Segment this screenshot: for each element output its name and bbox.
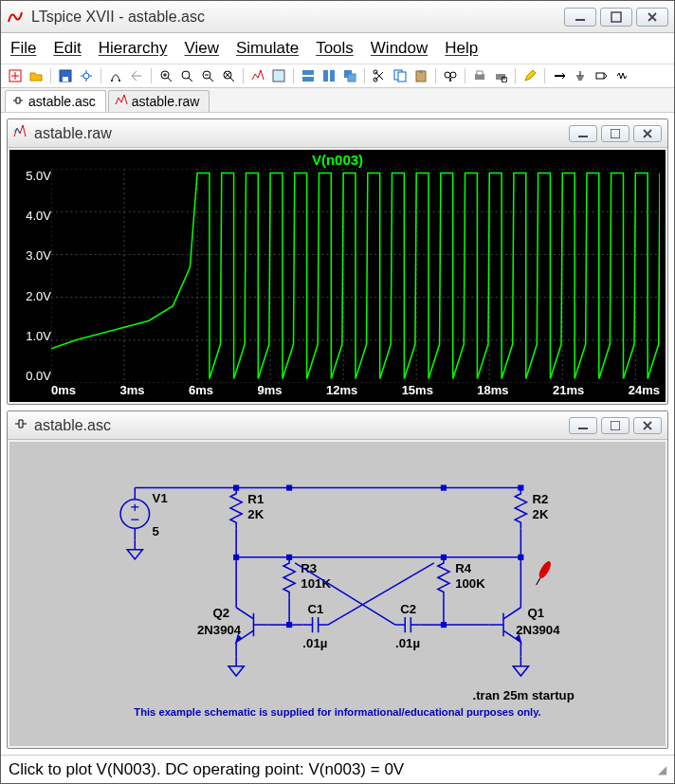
new-schematic-icon[interactable] xyxy=(7,67,24,84)
menu-window[interactable]: Window xyxy=(371,39,428,58)
menu-simulate[interactable]: Simulate xyxy=(236,39,299,58)
save-icon[interactable] xyxy=(57,67,74,84)
svg-rect-50 xyxy=(611,421,620,430)
label-icon[interactable] xyxy=(593,67,610,84)
document-tabs: astable.asc astable.raw xyxy=(1,88,674,113)
waveform-titlebar[interactable]: astable.raw xyxy=(8,119,667,148)
copy-icon[interactable] xyxy=(392,67,409,84)
trace-label[interactable]: V(n003) xyxy=(9,152,666,168)
svg-text:R2: R2 xyxy=(533,492,549,506)
halt-icon[interactable] xyxy=(128,67,145,84)
pan-icon[interactable] xyxy=(178,67,195,84)
svg-rect-52 xyxy=(286,485,292,491)
tab-schematic[interactable]: astable.asc xyxy=(5,90,106,112)
child-minimize-button[interactable] xyxy=(569,125,597,142)
svg-text:C2: C2 xyxy=(400,602,416,616)
child-maximize-button[interactable] xyxy=(601,125,629,142)
svg-point-25 xyxy=(445,72,450,78)
svg-text:.tran 25m startup: .tran 25m startup xyxy=(472,688,574,702)
cascade-icon[interactable] xyxy=(341,67,358,84)
resize-grip[interactable]: ◢ xyxy=(658,763,666,776)
menu-file[interactable]: File xyxy=(10,39,36,58)
child-minimize-button[interactable] xyxy=(569,417,597,434)
svg-text:2N3904: 2N3904 xyxy=(516,623,560,637)
svg-point-9 xyxy=(182,71,190,79)
waveform-tab-icon xyxy=(115,94,128,109)
svg-rect-49 xyxy=(578,428,588,429)
autorange-icon[interactable] xyxy=(249,67,266,84)
svg-rect-4 xyxy=(63,77,68,82)
svg-text:.01µ: .01µ xyxy=(395,636,420,650)
menu-help[interactable]: Help xyxy=(445,39,478,58)
wire-icon[interactable] xyxy=(551,67,568,84)
svg-rect-24 xyxy=(419,70,423,73)
menu-tools[interactable]: Tools xyxy=(316,39,354,58)
pencil-icon[interactable] xyxy=(521,67,538,84)
main-window: LTspice XVII - astable.asc File Edit Hie… xyxy=(0,0,675,784)
cut-icon[interactable] xyxy=(371,67,388,84)
schematic-window: astable.asc V15 R1 2K R2 2K R3 101K R4 1… xyxy=(7,410,668,749)
svg-rect-18 xyxy=(348,74,356,82)
tile-h-icon[interactable] xyxy=(300,67,317,84)
status-text: Click to plot V(N003). DC operating poin… xyxy=(9,760,404,779)
child-close-button[interactable] xyxy=(633,417,662,434)
waveform-trace xyxy=(51,169,660,383)
svg-rect-28 xyxy=(477,71,483,75)
menu-edit[interactable]: Edit xyxy=(53,39,81,58)
run-icon[interactable] xyxy=(107,67,124,84)
control-panel-icon[interactable] xyxy=(78,67,95,84)
svg-text:R1: R1 xyxy=(247,492,264,506)
tab-waveform[interactable]: astable.raw xyxy=(108,90,210,112)
svg-text:V1: V1 xyxy=(153,491,168,505)
child-maximize-button[interactable] xyxy=(601,417,629,434)
svg-rect-12 xyxy=(273,70,284,82)
y-axis: 5.0V 4.0V 3.0V 2.0V 1.0V 0.0V xyxy=(13,169,51,383)
schematic-canvas[interactable]: V15 R1 2K R2 2K R3 101K R4 100K C1 .01µ … xyxy=(9,442,666,746)
svg-point-55 xyxy=(120,500,150,529)
open-icon[interactable] xyxy=(27,67,45,84)
svg-point-6 xyxy=(111,80,113,82)
svg-text:Q2: Q2 xyxy=(212,606,229,620)
waveform-icon xyxy=(13,125,28,142)
svg-point-80 xyxy=(537,559,553,580)
svg-rect-16 xyxy=(330,70,335,82)
zoom-fit-icon[interactable] xyxy=(220,67,237,84)
maximize-button[interactable] xyxy=(600,8,632,27)
titlebar[interactable]: LTspice XVII - astable.asc xyxy=(1,1,674,33)
svg-text:R4: R4 xyxy=(455,561,472,575)
svg-rect-15 xyxy=(323,70,328,82)
child-close-button[interactable] xyxy=(633,125,662,142)
menubar: File Edit Hierarchy View Simulate Tools … xyxy=(1,33,674,64)
window-controls xyxy=(564,8,668,27)
tab-label: astable.asc xyxy=(28,94,96,109)
tile-v-icon[interactable] xyxy=(320,67,338,84)
svg-text:2N3904: 2N3904 xyxy=(197,623,242,637)
mdi-workspace: astable.raw V(n003) 5.0V 4.0V 3.0V 2.0V … xyxy=(1,113,674,755)
svg-text:C1: C1 xyxy=(307,602,323,616)
close-button[interactable] xyxy=(636,8,668,27)
zoom-in-icon[interactable] xyxy=(157,67,174,84)
ground-icon[interactable] xyxy=(572,67,589,84)
waveform-window-title: astable.raw xyxy=(34,125,112,142)
print-icon[interactable] xyxy=(471,67,488,84)
x-axis: 0ms 3ms 6ms 9ms 12ms 15ms 18ms 21ms 24ms xyxy=(51,383,660,400)
schematic-titlebar[interactable]: astable.asc xyxy=(8,411,667,440)
menu-view[interactable]: View xyxy=(184,39,219,58)
print-setup-icon[interactable] xyxy=(492,67,509,84)
svg-text:5: 5 xyxy=(153,524,159,538)
search-icon[interactable] xyxy=(442,67,459,84)
log-icon[interactable] xyxy=(270,67,287,84)
svg-text:100K: 100K xyxy=(455,576,485,591)
schematic-tab-icon xyxy=(11,94,25,109)
menu-hierarchy[interactable]: Hierarchy xyxy=(99,39,168,58)
minimize-button[interactable] xyxy=(564,8,596,27)
svg-rect-32 xyxy=(578,136,588,137)
svg-rect-14 xyxy=(302,77,314,82)
zoom-out-icon[interactable] xyxy=(199,67,216,84)
svg-text:This example schematic is supp: This example schematic is supplied for i… xyxy=(134,706,540,718)
plot-area[interactable]: V(n003) 5.0V 4.0V 3.0V 2.0V 1.0V 0.0V 0m… xyxy=(9,150,666,402)
resistor-icon[interactable] xyxy=(613,67,630,84)
window-title: LTspice XVII - astable.asc xyxy=(31,9,564,26)
svg-text:2K: 2K xyxy=(533,507,549,521)
paste-icon[interactable] xyxy=(412,67,429,84)
